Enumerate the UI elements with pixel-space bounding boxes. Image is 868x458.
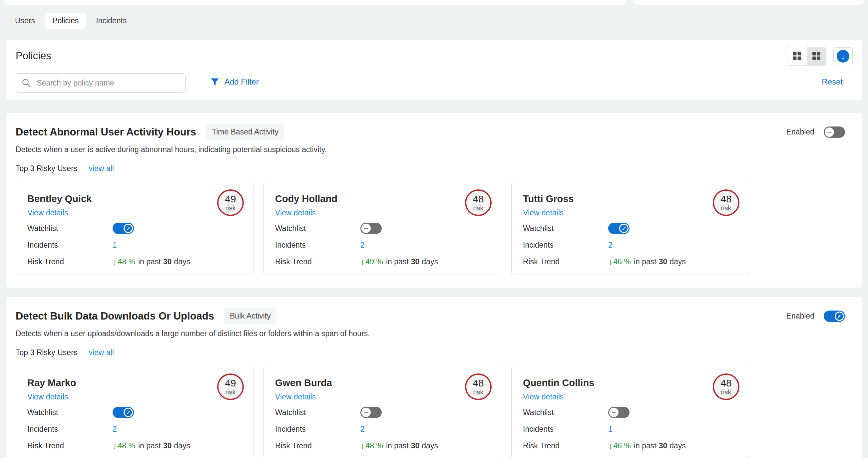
risk-trend-row: Risk Trend ↓ 49 % in past 30 days [275,256,490,267]
enabled-label: Enabled [786,128,814,136]
policy-title: Detect Bulk Data Downloads Or Uploads [16,310,214,322]
incidents-count-link[interactable]: 1 [113,241,117,250]
risk-word: risk [721,204,731,212]
risk-trend-value: ↓ 49 % in past 30 days [361,257,438,266]
policy-description: Detects when a user uploads/downloads a … [16,329,852,338]
view-details-link[interactable]: View details [523,208,564,217]
watchlist-toggle[interactable]: ✓ [608,223,629,234]
toggle-knob: ✓ [124,224,133,233]
view-controls: ↓ [787,47,853,66]
risk-score: 48 [473,378,484,388]
view-details-link[interactable]: View details [275,392,316,401]
policy-enabled-toggle[interactable]: − [824,127,845,138]
user-name: Gwen Burda [275,378,490,388]
search-input[interactable] [16,73,186,93]
watchlist-toggle[interactable]: ✓ [113,407,134,418]
user-name: Cody Holland [275,193,490,204]
view-all-link[interactable]: view all [89,348,114,357]
trend-down-icon: ↓ [608,441,613,450]
add-filter-label: Add Filter [224,77,259,87]
view-mode-segmented-control [787,47,826,66]
risk-word: risk [473,388,483,396]
view-details-link[interactable]: View details [27,208,68,217]
incidents-row: Incidents 1 [27,239,242,251]
policy-category-tag: Time Based Activity [206,124,284,140]
incidents-row: Incidents 1 [523,423,738,435]
tab-incidents[interactable]: Incidents [89,13,133,29]
risk-trend-row: Risk Trend ↓ 48 % in past 30 days [27,256,242,267]
policy-section: Detect Abnormal User Activity Hours Time… [6,113,862,288]
add-filter-button[interactable]: Add Filter [210,77,259,87]
incidents-row: Incidents 2 [275,423,490,435]
policy-description: Detects when a user is active during abn… [16,145,852,154]
risk-trend-label: Risk Trend [27,257,113,266]
incidents-count-link[interactable]: 2 [361,425,365,434]
user-cards-row: Ray Marko View details 49 risk Watchlist… [16,366,852,458]
main-tabs: Users Policies Incidents [8,13,133,29]
risk-badge: 48 risk [465,189,492,216]
grid-view-icon [811,51,822,62]
risk-trend-label: Risk Trend [523,257,608,266]
risk-trend-value: ↓ 48 % in past 30 days [361,441,438,450]
trend-down-icon: ↓ [608,257,613,266]
view-all-link[interactable]: view all [89,164,114,173]
incidents-row: Incidents 2 [275,239,490,251]
trend-down-icon: ↓ [113,441,117,450]
table-view-icon [792,51,802,62]
trend-down-icon: ↓ [113,257,117,266]
page-title: Policies [16,50,51,62]
top-risky-users-row: Top 3 Risky Users view all [16,164,852,173]
risk-score: 49 [225,378,236,388]
toggle-knob: − [362,224,371,233]
incidents-count-link[interactable]: 2 [361,241,365,250]
watchlist-toggle[interactable]: − [608,407,629,418]
watchlist-row: Watchlist − [275,223,490,234]
watchlist-label: Watchlist [275,224,361,233]
risk-trend-label: Risk Trend [523,441,608,450]
risk-word: risk [225,388,236,396]
policy-section: Detect Bulk Data Downloads Or Uploads Bu… [6,297,862,458]
user-name: Quentin Collins [523,378,738,388]
incidents-label: Incidents [275,425,361,434]
incidents-count-link[interactable]: 1 [608,425,613,434]
reset-link[interactable]: Reset [822,77,843,87]
risk-trend-row: Risk Trend ↓ 48 % in past 30 days [275,440,490,451]
search-box [16,73,186,93]
risk-score: 48 [720,378,732,388]
risk-badge: 49 risk [217,373,244,400]
tab-users[interactable]: Users [8,13,42,29]
incidents-count-link[interactable]: 2 [608,241,613,250]
user-card: Cody Holland View details 48 risk Watchl… [264,182,501,275]
tab-policies[interactable]: Policies [45,13,86,29]
top-card-remnant-left [4,0,625,5]
risk-word: risk [225,204,236,212]
table-view-button[interactable] [787,47,807,65]
watchlist-toggle[interactable]: ✓ [113,223,134,234]
toggle-knob: ✓ [619,224,628,233]
watchlist-row: Watchlist − [275,407,490,418]
incidents-count-link[interactable]: 2 [113,425,117,434]
enabled-label: Enabled [786,312,814,321]
watchlist-toggle[interactable]: − [361,407,382,418]
policy-enabled-toggle[interactable]: ✓ [824,310,845,322]
view-details-link[interactable]: View details [275,208,316,217]
toggle-knob: ✓ [835,312,844,321]
grid-view-button[interactable] [807,47,826,65]
top-card-remnant-right [633,0,864,5]
download-button[interactable]: ↓ [833,47,853,65]
watchlist-label: Watchlist [27,408,113,417]
toggle-knob: ✓ [124,408,133,417]
risk-badge: 48 risk [713,189,739,216]
incidents-label: Incidents [523,425,608,434]
risk-trend-label: Risk Trend [27,441,113,450]
trend-down-icon: ↓ [361,257,365,266]
incidents-label: Incidents [523,241,608,250]
view-details-link[interactable]: View details [27,392,68,401]
risk-word: risk [721,388,731,396]
user-cards-row: Bentley Quick View details 49 risk Watch… [16,182,852,275]
view-details-link[interactable]: View details [523,392,564,401]
user-card: Tutti Gross View details 48 risk Watchli… [511,182,749,275]
watchlist-toggle[interactable]: − [361,223,382,234]
watchlist-label: Watchlist [523,408,608,417]
incidents-label: Incidents [27,425,113,434]
